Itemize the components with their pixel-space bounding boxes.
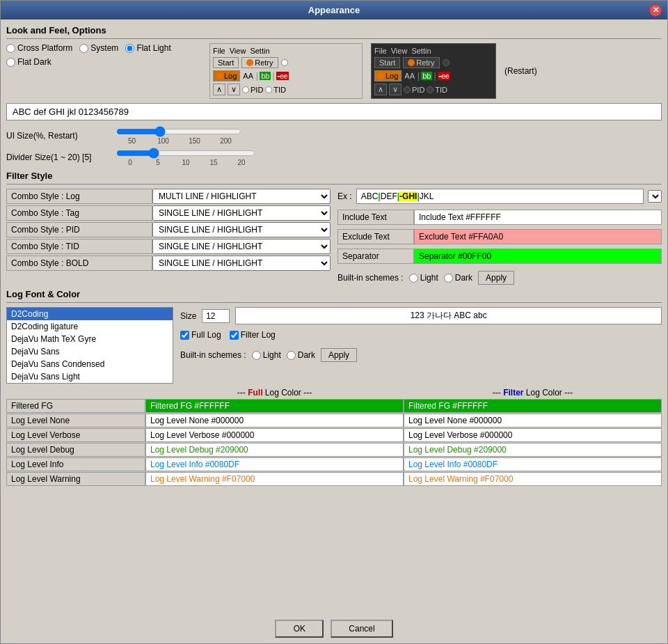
font-item-2[interactable]: DejaVu Math TeX Gyre <box>7 333 173 345</box>
filter-right: Ex : ABC | DEF | -GHI | JKL <box>337 189 662 285</box>
radio-flat-dark[interactable]: Flat Dark <box>6 57 201 67</box>
dark-tid-radio: TID <box>427 86 447 94</box>
ex-row: Ex : ABC | DEF | -GHI | JKL <box>337 189 662 204</box>
light-pid-radio: PID <box>242 86 263 94</box>
filter-cell-4[interactable]: Log Level Info #0080DF <box>404 457 662 471</box>
include-text-label: Include Text <box>337 210 414 225</box>
filter-cell-2[interactable]: Log Level Verbose #000000 <box>404 428 662 442</box>
full-cell-2[interactable]: Log Level Verbose #000000 <box>145 428 404 442</box>
log-font-heading: Log Font & Color <box>6 289 662 303</box>
filter-apply-button[interactable]: Apply <box>478 271 514 285</box>
full-cell-0[interactable]: Filtered FG #FFFFFF <box>145 399 404 413</box>
combo-wrapper-3: SINGLE LINE / HIGHLIGHT MULTI LINE / HIG… <box>152 239 331 254</box>
light-up-btn[interactable]: ∧ <box>213 84 225 95</box>
light-start-btn[interactable]: Start <box>213 57 239 68</box>
light-log-btn[interactable]: Log <box>213 70 240 81</box>
filter-combos: Combo Style : Log MULTI LINE / HIGHLIGHT… <box>6 189 331 285</box>
radio-system[interactable]: System <box>79 43 118 53</box>
ui-size-label: UI Size(%, Restart) <box>6 131 111 141</box>
dark-down-btn[interactable]: ∨ <box>389 84 401 95</box>
dark-pid-radio-icon <box>404 86 411 93</box>
include-text-row: Include Text Include Text #FFFFFF <box>337 210 662 225</box>
platform-radio-group: Cross Platform System Flat Light <box>6 43 201 53</box>
cancel-button[interactable]: Cancel <box>331 620 392 638</box>
filter-cell-1[interactable]: Log Level None #000000 <box>404 414 662 427</box>
light-down-btn[interactable]: ∨ <box>228 84 240 95</box>
preview-text-box: ABC def GHI jkl 0123456789 <box>6 103 662 120</box>
close-button[interactable]: ✕ <box>649 4 662 17</box>
light-aa-tag: AA <box>241 72 255 80</box>
filter-log-check[interactable]: Filter Log <box>230 330 276 340</box>
dark-radio-icon <box>443 59 450 66</box>
font-item-1[interactable]: D2Coding ligature <box>7 320 173 333</box>
filter-log-header: --- Filter Log Color --- <box>404 388 662 398</box>
full-cell-5[interactable]: Log Level Warning #F07000 <box>145 472 404 486</box>
dark-menubar: File View Settin <box>374 47 493 55</box>
combo-select-2[interactable]: SINGLE LINE / HIGHLIGHT MULTI LINE / HIG… <box>152 222 331 237</box>
combo-label-4: Combo Style : BOLD <box>6 256 152 271</box>
combo-select-0[interactable]: MULTI LINE / HIGHLIGHT SINGLE LINE / HIG… <box>152 189 331 204</box>
radio-cross-platform[interactable]: Cross Platform <box>6 43 72 53</box>
full-cell-1[interactable]: Log Level None #000000 <box>145 414 404 427</box>
font-item-0[interactable]: D2Coding <box>7 308 173 320</box>
filter-dark-radio[interactable]: Dark <box>444 273 472 283</box>
font-item-5[interactable]: DejaVu Sans Light <box>7 370 173 383</box>
filter-style-heading: Filter Style <box>6 171 662 184</box>
light-preview: File View Settin Start Retry <box>209 43 363 99</box>
divider-size-slider[interactable] <box>116 148 255 159</box>
color-table-section: --- Full Log Color --- --- Filter Log Co… <box>6 388 662 487</box>
dark-preview-wrapper: File View Settin Start Retry <box>371 43 496 99</box>
font-light-radio[interactable]: Light <box>252 350 281 360</box>
bottom-buttons: OK Cancel <box>1 614 667 643</box>
filter-schemes-label: Built-in schemes : <box>337 273 404 283</box>
filter-cell-0[interactable]: Filtered FG #FFFFFF <box>404 399 662 413</box>
full-cell-4[interactable]: Log Level Info #0080DF <box>145 457 404 471</box>
light-retry-btn[interactable]: Retry <box>241 57 278 68</box>
ex-def: DEF <box>381 191 397 201</box>
filter-schemes-row: Built-in schemes : Light Dark Apply <box>337 271 662 285</box>
separator-value[interactable]: Separator #00FF00 <box>414 249 662 264</box>
exclude-text-value[interactable]: Exclude Text #FFA0A0 <box>414 229 662 244</box>
filter-light-radio[interactable]: Light <box>409 273 438 283</box>
orange-circle-icon <box>246 59 253 66</box>
separator-label: Separator <box>337 249 414 264</box>
font-schemes-row: Built-in schemes : Light Dark Apply <box>180 348 662 362</box>
dark-log-btn[interactable]: Log <box>374 70 401 81</box>
font-item-3[interactable]: DejaVu Sans <box>7 345 173 358</box>
size-input[interactable] <box>202 309 230 323</box>
filter-style-section: Filter Style Combo Style : Log MULTI LIN… <box>6 171 662 285</box>
light-log-bar: Log AA | bb | -cc <box>213 70 359 81</box>
row-label-2: Log Level Verbose <box>6 428 145 442</box>
full-log-check[interactable]: Full Log <box>180 330 221 340</box>
full-cell-3[interactable]: Log Level Debug #209000 <box>145 443 404 457</box>
ex-dropdown[interactable] <box>648 190 662 203</box>
combo-select-1[interactable]: SINGLE LINE / HIGHLIGHT MULTI LINE / HIG… <box>152 205 331 221</box>
dark-retry-btn[interactable]: Retry <box>403 57 439 68</box>
font-list[interactable]: D2Coding D2Coding ligature DejaVu Math T… <box>6 307 173 384</box>
font-dark-radio[interactable]: Dark <box>287 350 315 360</box>
pid-radio-icon <box>242 86 249 93</box>
combo-label-0: Combo Style : Log <box>6 189 152 204</box>
separator-row: Separator Separator #00FF00 <box>337 249 662 264</box>
ex-jkl: JKL <box>420 191 434 201</box>
radio-flat-light[interactable]: Flat Light <box>125 43 170 53</box>
combo-wrapper-0: MULTI LINE / HIGHLIGHT SINGLE LINE / HIG… <box>152 189 331 204</box>
full-log-header: --- Full Log Color --- <box>145 388 404 398</box>
ui-size-slider[interactable] <box>116 126 241 137</box>
ok-button[interactable]: OK <box>275 620 324 638</box>
font-apply-button[interactable]: Apply <box>321 348 357 362</box>
combo-row-1: Combo Style : Tag SINGLE LINE / HIGHLIGH… <box>6 205 331 221</box>
dark-start-btn[interactable]: Start <box>374 57 400 68</box>
dark-up-btn[interactable]: ∧ <box>374 84 387 95</box>
content-area: Look and Feel, Options Cross Platform Sy… <box>1 19 667 614</box>
filter-cell-5[interactable]: Log Level Warning #F07000 <box>404 472 662 486</box>
filter-cell-3[interactable]: Log Level Debug #209000 <box>404 443 662 457</box>
ui-size-marks: 50 100 150 200 <box>116 137 241 145</box>
combo-select-4[interactable]: SINGLE LINE / HIGHLIGHT MULTI LINE / HIG… <box>152 256 331 271</box>
light-btns-row: ∧ ∨ PID TID <box>213 84 359 95</box>
combo-select-3[interactable]: SINGLE LINE / HIGHLIGHT MULTI LINE / HIG… <box>152 239 331 254</box>
light-menubar: File View Settin <box>213 47 359 55</box>
font-item-4[interactable]: DejaVu Sans Condensed <box>7 358 173 370</box>
combo-row-0: Combo Style : Log MULTI LINE / HIGHLIGHT… <box>6 189 331 204</box>
include-text-value[interactable]: Include Text #FFFFFF <box>414 210 662 225</box>
